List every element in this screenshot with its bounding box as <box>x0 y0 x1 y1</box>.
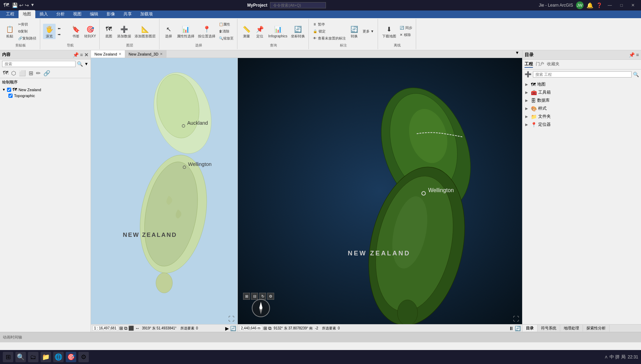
start-button[interactable]: ⊞ <box>3 352 13 362</box>
tab-share[interactable]: 共享 <box>119 10 136 18</box>
tree-item-maps[interactable]: ▶ 🗺 地图 <box>524 80 640 88</box>
tab-map[interactable]: 地图 <box>19 10 35 18</box>
tab-edit[interactable]: 编辑 <box>86 10 102 18</box>
tab-imagery[interactable]: 影像 <box>102 10 119 18</box>
layer-type-icon-1[interactable]: 🗺 <box>2 69 9 77</box>
map-tools-4[interactable]: ↔ <box>135 326 140 331</box>
panel-close-icon[interactable]: ✕ <box>84 52 88 58</box>
layer-group-new-zealand[interactable]: ▼ 🗺 New Zealand <box>0 86 91 93</box>
pause-button[interactable]: ⏸ 暂停 <box>312 21 347 28</box>
map-tools-r1[interactable]: ⊞ <box>263 326 267 331</box>
infographics-button[interactable]: 📊 Infographics <box>267 24 289 39</box>
select-button[interactable]: ↖ 选择 <box>162 24 175 39</box>
cut-button[interactable]: ✂ 剪切 <box>17 21 38 28</box>
coord-transform-button[interactable]: 🔄 坐标转换 <box>290 24 306 39</box>
play-button-left[interactable]: ▶ <box>225 326 229 331</box>
contents-search-input[interactable] <box>2 61 76 67</box>
tree-item-toolbox[interactable]: ▶ 🧰 工具箱 <box>524 88 640 96</box>
catalog-options-icon[interactable]: ≡ <box>636 52 639 58</box>
catalog-add-icon[interactable]: ➕ <box>525 71 532 78</box>
tree-item-locators[interactable]: ▶ 📍 定位器 <box>524 121 640 129</box>
refresh-button-right[interactable]: 🔄 <box>515 326 521 331</box>
catalog-tab-portal[interactable]: 门户 <box>536 61 544 68</box>
layer-type-icon-6[interactable]: 🔗 <box>43 69 51 77</box>
map-tools-r2[interactable]: ⧉ <box>268 326 271 331</box>
layer-checkbox[interactable] <box>8 94 13 98</box>
goto-xy-button[interactable]: 🎯 转到XY <box>83 24 97 39</box>
measure-button[interactable]: 📏 测量 <box>240 24 253 39</box>
map-tools-3[interactable]: ⬛ <box>128 326 134 331</box>
scale-selector-right[interactable]: 2,440,646 m <box>239 326 262 331</box>
catalog-tab-favorites[interactable]: 收藏夹 <box>547 61 560 68</box>
notification-icon[interactable]: 🔔 <box>586 2 593 9</box>
more-anno-button[interactable]: 更多 ▼ <box>361 29 376 34</box>
tab-addins[interactable]: 加载项 <box>136 10 157 18</box>
search-options-icon[interactable]: ▼ <box>84 61 88 66</box>
bookmark-button[interactable]: 🔖 书签 <box>70 24 82 39</box>
taskview-button[interactable]: 🗂 <box>28 352 38 362</box>
customize-icon[interactable]: ▼ <box>30 2 35 8</box>
3d-zoom-button[interactable]: ⊟ <box>251 293 258 300</box>
tab-analysis[interactable]: 分析 <box>52 10 69 18</box>
catalog-pin-icon[interactable]: 📌 <box>629 52 635 58</box>
map-3d[interactable]: Wellington NEW ZEALAND ⊞ ⊟ ↻ ⚙ <box>238 58 522 324</box>
north-compass[interactable] <box>252 299 270 317</box>
map-tab-2d[interactable]: New Zealand ✕ <box>91 50 125 58</box>
tab-project[interactable]: 工程 <box>2 10 19 18</box>
tab-insert[interactable]: 插入 <box>35 10 52 18</box>
catalog-bottom-tab-exploratory[interactable]: 探索性分析 <box>583 325 610 332</box>
settings-button[interactable]: ⚙ <box>78 352 89 362</box>
maximize-button[interactable]: □ <box>618 2 626 8</box>
map-right-fullscreen-icon[interactable]: ⛶ <box>513 315 519 323</box>
catalog-bottom-tab-symbology[interactable]: 符号系统 <box>537 325 560 332</box>
map-tools-2[interactable]: ⧉ <box>124 326 127 331</box>
paste-button[interactable]: 📋 粘贴 <box>3 24 16 39</box>
remove-button[interactable]: ✕ 移除 <box>398 32 414 38</box>
forward-button[interactable]: ➡ <box>56 32 69 37</box>
search-icon[interactable]: 🔍 <box>77 61 83 67</box>
add-data-button[interactable]: ➕ 添加数据 <box>116 24 133 39</box>
3d-settings-button[interactable]: ⚙ <box>267 293 274 300</box>
panel-pin-icon[interactable]: 📌 <box>73 52 79 58</box>
basemap-button[interactable]: 🗺 底图 <box>102 24 115 39</box>
add-graphic-layer-button[interactable]: 📐 添加图形图层 <box>133 24 157 39</box>
pan-button[interactable]: 🖐 滚览 <box>43 24 56 39</box>
files-button[interactable]: 📁 <box>41 352 51 362</box>
redo-icon[interactable]: ↪ <box>25 2 29 8</box>
layer-type-icon-2[interactable]: ⬡ <box>10 69 17 77</box>
copy-path-button[interactable]: 🔗 复制路径 <box>17 35 38 42</box>
help-icon[interactable]: ❓ <box>596 2 602 8</box>
tree-item-database[interactable]: ▶ 🗄 数据库 <box>524 96 640 104</box>
map-tab-2d-close[interactable]: ✕ <box>119 52 121 56</box>
download-map-button[interactable]: ⬇ 下载地图 <box>381 24 398 39</box>
save-icon[interactable]: 💾 <box>12 2 18 8</box>
minimize-button[interactable]: — <box>605 2 615 8</box>
search-taskbar-button[interactable]: 🔍 <box>15 352 26 362</box>
locate-button[interactable]: 📌 定位 <box>254 24 266 39</box>
tree-item-folders[interactable]: ▶ 📁 文件夹 <box>524 112 640 121</box>
loc-select-button[interactable]: 📍 按位置选择 <box>197 24 217 39</box>
3d-rotate-button[interactable]: ↻ <box>259 293 266 300</box>
attr-select-button[interactable]: 📊 属性性选择 <box>176 24 196 39</box>
convert-anno-button[interactable]: 🔄 转换 <box>348 24 361 39</box>
layer-type-icon-4[interactable]: ⊞ <box>28 69 34 77</box>
layer-type-icon-3[interactable]: ⬜ <box>18 69 27 77</box>
clear-button[interactable]: 🗑 清除 <box>218 28 235 35</box>
map-tabs-options-icon[interactable]: ▼ <box>512 50 522 58</box>
zoom-to-button[interactable]: 🔍 缩放至 <box>218 35 235 42</box>
layer-topographic[interactable]: Topographic <box>0 93 91 99</box>
edge-button[interactable]: 🌐 <box>53 352 64 362</box>
catalog-bottom-tab-catalog[interactable]: 目录 <box>522 325 537 332</box>
3d-expand-button[interactable]: ⊞ <box>243 293 250 300</box>
play-button-right[interactable]: ⏸ <box>509 326 514 331</box>
undo-icon[interactable]: ↩ <box>19 2 23 8</box>
tree-item-styles[interactable]: ▶ 🎨 样式 <box>524 104 640 112</box>
catalog-bottom-tab-geoprocessing[interactable]: 地理处理 <box>560 325 583 332</box>
catalog-tab-project[interactable]: 工程 <box>525 61 533 68</box>
panel-options-icon[interactable]: ≡ <box>80 52 83 58</box>
map-2d[interactable]: Auckland Wellington NEW ZEALAND ⛶ <box>91 58 238 324</box>
tab-view[interactable]: 视图 <box>69 10 86 18</box>
arcgis-button[interactable]: 🎯 <box>66 352 76 362</box>
refresh-button-left[interactable]: 🔄 <box>230 326 236 331</box>
attributes-button[interactable]: 📋 属性 <box>218 21 235 28</box>
